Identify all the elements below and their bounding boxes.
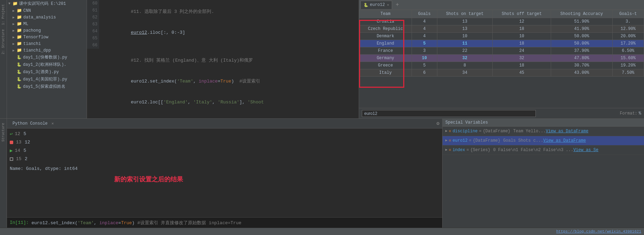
structure-btn-2[interactable]: 2: Structure [1,28,6,56]
data-table-body: Croatia4131251.90%3.Czech Republic413184… [359,18,644,77]
sidebar-item-day1-1[interactable]: 🐍 day1_1(快餐数据).py [7,54,87,61]
var-item-discipline[interactable]: ▶ ≡ discipline = {DataFrame} Team Yello.… [443,127,644,136]
table-cell: 4 [412,33,437,40]
editor-area[interactable]: 60 61 62 63 64 65 66 #11. 选取除了最后 3 列之外的全… [87,0,359,118]
table-cell: 24 [493,47,551,55]
annotation-text: 新的索引设置之后的结果 [114,176,439,183]
status-url[interactable]: https://blog.csdn.net/weixin_43981621 [556,229,641,234]
var-link-discipline[interactable]: View as DataFrame [546,128,588,135]
var-item-euro12[interactable]: ▶ ≡ euro12 = {DataFrame} Goals Shots c..… [443,136,644,146]
folder-icon: 📁 [13,1,18,6]
console-content: ↩ 12 5 13 12 ▶ 14 5 15 2 [7,128,442,217]
var-preview-euro12: Goals Shots c... [503,137,543,144]
table-cell: 8 [437,62,492,69]
console-close-btn[interactable]: ✕ [51,122,54,126]
col-shots-on: Shots on target [437,10,492,18]
line-val-15: 2 [25,155,27,163]
format-value: % [639,111,641,116]
line-num-14: 14 [15,147,23,155]
table-cell: 6 [412,69,437,77]
sidebar-item-day1-5[interactable]: 🐍 day1_5(探索虚拟姓名 [7,83,87,90]
data-tab-euro12[interactable]: 🐍 euro12 ✕ [360,1,392,9]
label-data-analysis: data_analysis [23,15,56,20]
table-row: Czech Republic4131841.90%12.90% [359,25,644,33]
table-cell: France [359,47,412,55]
table-cell: 22 [437,47,492,55]
table-row: Italy6344543.00%7.50% [359,69,644,77]
console-input-line: In[11]: euro12.set_index('Team', inplace… [7,217,442,228]
table-cell: 32 [493,55,551,62]
folder-icon-cnn: 📁 [17,8,22,13]
sidebar-item-day1-4[interactable]: 🐍 day1_4(美国犯罪).py [7,76,87,83]
add-tab-btn[interactable]: + [393,1,402,9]
folder-icon-ml: 📁 [17,21,22,26]
label-pachong: pachong [23,28,41,33]
table-cell: 41.90% [551,25,613,33]
table-cell: 4 [412,25,437,33]
var-arrow-discipline: ▶ [445,128,447,135]
table-cell: 5 [412,62,437,69]
sidebar-item-pachong[interactable]: ▶ 📁 pachong [7,27,87,34]
green-arrow-icon: ↩ [10,130,13,138]
console-name-line: Name: Goals, dtype: int64 [10,165,439,173]
bottom-struct-btn[interactable]: Structure [1,122,6,143]
var-link-euro12[interactable]: View as DataFrame [543,137,586,144]
label-tianchi-dpp: tianchi_dpp [23,48,51,53]
table-cell: 34 [437,69,492,77]
sidebar-item-ml[interactable]: ▶ 📁 ML [7,21,87,27]
line-num-13: 13 [16,138,25,147]
table-cell: 37.90% [551,47,613,55]
code-line-62 [104,43,356,50]
input-prompt: In[11]: [10,220,31,225]
table-cell: Croatia [359,18,412,25]
tab-icon: 🐍 [364,3,368,7]
sidebar-item-tensorflow[interactable]: ▶ 📁 Tensorflow [7,34,87,40]
sidebar-item-data-analysis[interactable]: ▶ 📁 data_analysis [7,14,87,21]
label-cnn: CNN [23,8,31,13]
label-day1-1: day1_1(快餐数据).py [23,54,67,60]
console-header: Python Console ✕ ⚙ [7,119,442,128]
code-line-60: #11. 选取除了最后 3 列之外的全部列. [104,1,356,22]
var-preview-index: 0 False\n1 False\n2 False\n3 ... [493,147,573,154]
table-cell: 18 [493,25,551,33]
console-line-13: 13 12 [10,138,439,147]
sidebar-item-day1-2[interactable]: 🐍 day1_2(欧洲杯球队). [7,61,87,68]
table-cell: 7.50% [612,69,644,77]
red-square-icon [10,141,13,144]
table-cell: 5 [412,40,437,47]
var-link-index[interactable]: View as Se [573,147,598,154]
console-title: Python Console [13,121,48,126]
data-table-container[interactable]: Team Goals Shots on target Shots off tar… [359,10,644,108]
console-settings-btn[interactable]: ⚙ [437,120,439,126]
console-tab[interactable]: Python Console ✕ [10,120,57,127]
folder-icon-tf: 📁 [17,34,22,40]
var-equals-euro12: = [469,137,471,144]
table-cell: 12.90% [612,25,644,33]
var-name-index: index [453,147,465,154]
table-cell: 11 [437,40,492,47]
line-val-12: 5 [23,130,26,138]
tab-close-btn[interactable]: ✕ [387,3,389,7]
arrow-pachong: ▶ [13,29,17,33]
col-accuracy: Shooting Accuracy [551,10,613,18]
line-num-15: 15 [16,155,25,163]
sidebar-item-tianchi[interactable]: ▶ 📁 tianchi [7,40,87,47]
table-cell: 20.00% [612,33,644,40]
var-icon-euro12: ≡ [449,137,451,144]
structure-btn[interactable]: 1: Project [1,3,6,26]
table-cell: 6.50% [612,47,644,55]
sidebar-root[interactable]: ▼ 📁 课中实训写代码 E:\201 [7,0,87,7]
table-cell: 30.70% [551,62,613,69]
sidebar-item-cnn[interactable]: ▶ 📁 CNN [7,7,87,14]
folder-icon-pachong: 📁 [17,28,22,33]
arrow-tianchi-dpp: ▶ [13,48,17,53]
footer-input[interactable] [362,110,536,117]
label-day1-4: day1_4(美国犯罪).py [23,76,67,82]
var-type-index: {Series} [470,147,491,154]
label-ml: ML [23,22,28,26]
sidebar-item-day1-3[interactable]: 🐍 day1_3(酒类).py [7,68,87,76]
folder-icon-tianchi-dpp: 📁 [17,48,22,53]
var-item-index[interactable]: ▶ ≡ index = {Series} 0 False\n1 False\n2… [443,146,644,155]
line-num-12: 12 [15,130,23,138]
sidebar-item-tianchi-dpp[interactable]: ▶ 📁 tianchi_dpp [7,47,87,54]
